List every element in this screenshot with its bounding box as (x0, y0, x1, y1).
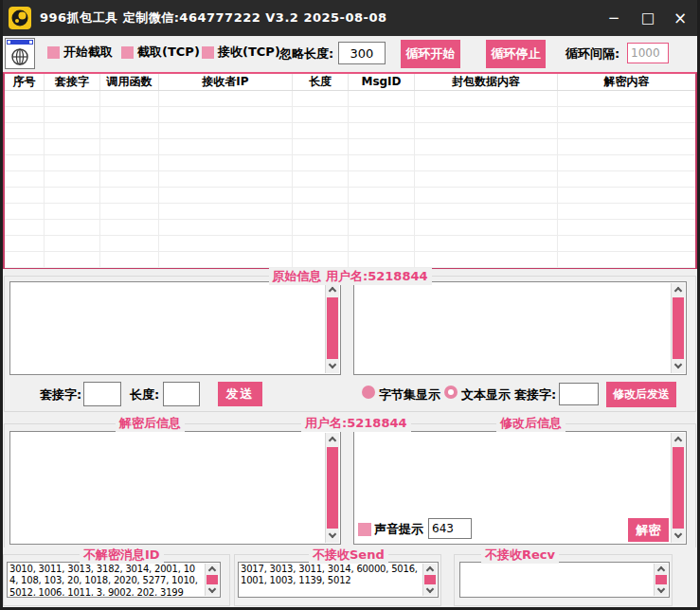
table-row[interactable] (5, 123, 695, 139)
table-cell (415, 236, 558, 251)
socket-input[interactable] (83, 382, 121, 406)
scrollbar-down-button[interactable] (672, 529, 685, 543)
intercept-tcp-label: 截取(TCP) (137, 44, 200, 61)
scrollbar[interactable] (654, 564, 668, 596)
no-receive-recv-textarea[interactable] (459, 562, 670, 598)
start-capture-label: 开始截取 (63, 44, 113, 61)
table-cell (45, 188, 100, 203)
table-cell (415, 252, 558, 267)
send-modified-button[interactable]: 修改后发送 (606, 382, 676, 407)
table-cell (5, 204, 45, 219)
table-row[interactable] (5, 220, 695, 236)
table-row[interactable] (5, 139, 695, 155)
scrollbar-down-button[interactable] (423, 584, 437, 596)
loop-interval-input[interactable] (627, 43, 669, 63)
scrollbar-up-button[interactable] (326, 433, 339, 446)
scrollbar-up-button[interactable] (655, 564, 668, 575)
table-row[interactable] (5, 188, 695, 204)
send-button[interactable]: 发送 (218, 382, 262, 406)
receive-tcp-checkbox[interactable]: 接收(TCP) (202, 44, 280, 61)
text-display-radio[interactable] (444, 386, 458, 399)
table-cell (415, 123, 558, 138)
original-message-right-textarea[interactable] (353, 281, 687, 375)
scrollbar-thumb[interactable] (655, 575, 667, 584)
table-row[interactable] (5, 155, 695, 171)
column-header-socket[interactable]: 套接字 (45, 74, 100, 90)
chevron-down-icon (674, 361, 682, 368)
table-cell (558, 155, 695, 170)
maximize-button[interactable]: □ (633, 0, 663, 36)
table-cell (558, 123, 695, 138)
scrollbar[interactable] (325, 433, 339, 543)
chevron-up-icon (674, 287, 682, 295)
column-header-receiver-ip[interactable]: 接收者IP (159, 74, 293, 90)
table-cell (558, 91, 695, 106)
table-row[interactable] (5, 204, 695, 220)
column-header-packet-data[interactable]: 封包数据内容 (415, 74, 558, 90)
table-row[interactable] (5, 91, 695, 107)
table-row[interactable] (5, 236, 695, 252)
scrollbar-thumb[interactable] (673, 297, 684, 359)
bytes-display-label: 字节集显示 (379, 386, 440, 404)
toolbar: 开始截取 截取(TCP) 接收(TCP) 忽略长度: 循环开始 循环停止 循环间… (0, 36, 700, 72)
column-header-msgid[interactable]: MsgID (349, 74, 415, 90)
packet-table[interactable]: 序号 套接字 调用函数 接收者IP 长度 MsgID 封包数据内容 解密内容 (3, 72, 697, 269)
table-row[interactable] (5, 252, 695, 268)
table-row[interactable] (5, 107, 695, 123)
ignore-length-input[interactable] (338, 42, 386, 64)
length-input[interactable] (163, 382, 200, 406)
close-button[interactable]: × (665, 0, 695, 36)
no-receive-send-textarea[interactable]: 3017, 3013, 3011, 3014, 60000, 5016, 100… (238, 562, 439, 598)
scrollbar-thumb[interactable] (327, 447, 338, 529)
scrollbar-up-button[interactable] (206, 564, 219, 575)
original-message-left-textarea[interactable] (9, 281, 341, 375)
username-caption: 用户名:5218844 (301, 415, 411, 432)
column-header-function[interactable]: 调用函数 (100, 74, 159, 90)
scrollbar-down-button[interactable] (206, 584, 219, 596)
sound-value-input[interactable] (428, 518, 472, 539)
column-header-decrypted[interactable]: 解密内容 (558, 74, 695, 90)
scrollbar-down-button[interactable] (672, 360, 685, 373)
scrollbar[interactable] (422, 564, 437, 596)
table-cell (415, 204, 558, 219)
bytes-display-radio[interactable] (362, 386, 375, 399)
scrollbar-thumb[interactable] (206, 575, 218, 584)
titlebar[interactable]: 996抓包工具 定制微信:464777222 V3.2 2025-08-08 −… (0, 0, 700, 36)
scrollbar-up-button[interactable] (672, 433, 685, 446)
modify-socket-input[interactable] (559, 383, 599, 405)
table-body[interactable] (5, 91, 695, 268)
form-window-button[interactable] (5, 38, 35, 69)
table-cell (558, 171, 695, 187)
table-row[interactable] (5, 171, 695, 188)
scrollbar-up-button[interactable] (672, 283, 685, 296)
column-header-length[interactable]: 长度 (293, 74, 349, 90)
loop-stop-button[interactable]: 循环停止 (486, 40, 546, 68)
table-cell (159, 123, 293, 138)
scrollbar-down-button[interactable] (655, 584, 668, 596)
scrollbar-up-button[interactable] (423, 564, 437, 575)
scrollbar[interactable] (205, 564, 219, 596)
scrollbar-thumb[interactable] (424, 575, 436, 584)
scrollbar[interactable] (671, 283, 685, 373)
original-message-section: 原始信息 用户名:5218844 套接字: 长度: 发送 字节集显示 文本显示 (0, 269, 700, 413)
scrollbar-thumb[interactable] (673, 447, 684, 529)
table-cell (558, 139, 695, 154)
scrollbar-down-button[interactable] (326, 529, 339, 543)
column-header-index[interactable]: 序号 (5, 74, 45, 90)
start-capture-checkbox[interactable]: 开始截取 (47, 44, 113, 61)
minimize-button[interactable]: − (599, 0, 629, 36)
scrollbar-down-button[interactable] (326, 360, 339, 373)
table-cell (45, 155, 100, 170)
no-decrypt-msgid-textarea[interactable]: 3010, 3011, 3013, 3182, 3014, 2001, 104,… (7, 562, 221, 598)
sound-alert-checkbox[interactable]: 声音提示 (358, 521, 426, 538)
decrypt-button[interactable]: 解密 (628, 518, 669, 542)
scrollbar[interactable] (671, 433, 685, 543)
loop-start-button[interactable]: 循环开始 (401, 40, 460, 68)
intercept-tcp-checkbox[interactable]: 截取(TCP) (121, 44, 200, 61)
table-cell (100, 91, 159, 106)
scrollbar-thumb[interactable] (327, 297, 338, 359)
scrollbar-up-button[interactable] (326, 283, 339, 296)
decrypted-message-textarea[interactable] (9, 431, 341, 545)
table-cell (159, 204, 293, 219)
scrollbar[interactable] (325, 283, 339, 373)
